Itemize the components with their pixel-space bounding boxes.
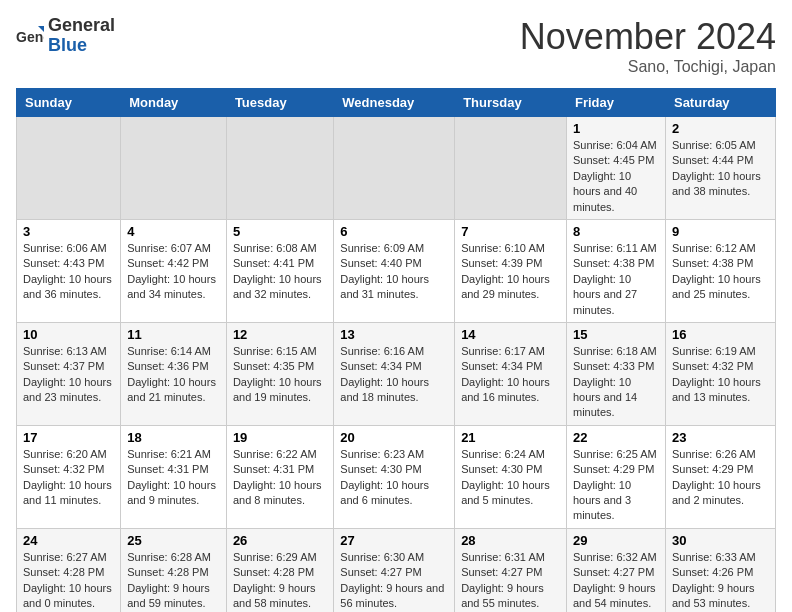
day-info: Sunrise: 6:06 AM Sunset: 4:43 PM Dayligh… — [23, 241, 114, 303]
day-number: 28 — [461, 533, 560, 548]
day-number: 21 — [461, 430, 560, 445]
calendar-cell: 19Sunrise: 6:22 AM Sunset: 4:31 PM Dayli… — [226, 425, 333, 528]
day-info: Sunrise: 6:15 AM Sunset: 4:35 PM Dayligh… — [233, 344, 327, 406]
logo-blue: Blue — [48, 36, 115, 56]
day-number: 14 — [461, 327, 560, 342]
day-number: 2 — [672, 121, 769, 136]
calendar-cell: 13Sunrise: 6:16 AM Sunset: 4:34 PM Dayli… — [334, 322, 455, 425]
day-info: Sunrise: 6:31 AM Sunset: 4:27 PM Dayligh… — [461, 550, 560, 612]
day-number: 20 — [340, 430, 448, 445]
day-number: 29 — [573, 533, 659, 548]
day-number: 11 — [127, 327, 220, 342]
day-number: 30 — [672, 533, 769, 548]
calendar-cell: 9Sunrise: 6:12 AM Sunset: 4:38 PM Daylig… — [665, 219, 775, 322]
calendar-cell: 3Sunrise: 6:06 AM Sunset: 4:43 PM Daylig… — [17, 219, 121, 322]
calendar-cell — [121, 117, 227, 220]
calendar-cell: 14Sunrise: 6:17 AM Sunset: 4:34 PM Dayli… — [455, 322, 567, 425]
weekday-header-tuesday: Tuesday — [226, 89, 333, 117]
day-info: Sunrise: 6:18 AM Sunset: 4:33 PM Dayligh… — [573, 344, 659, 421]
day-info: Sunrise: 6:12 AM Sunset: 4:38 PM Dayligh… — [672, 241, 769, 303]
calendar-cell — [226, 117, 333, 220]
calendar-table: SundayMondayTuesdayWednesdayThursdayFrid… — [16, 88, 776, 612]
location: Sano, Tochigi, Japan — [520, 58, 776, 76]
day-number: 24 — [23, 533, 114, 548]
day-info: Sunrise: 6:29 AM Sunset: 4:28 PM Dayligh… — [233, 550, 327, 612]
day-info: Sunrise: 6:19 AM Sunset: 4:32 PM Dayligh… — [672, 344, 769, 406]
calendar-cell: 16Sunrise: 6:19 AM Sunset: 4:32 PM Dayli… — [665, 322, 775, 425]
calendar-cell: 26Sunrise: 6:29 AM Sunset: 4:28 PM Dayli… — [226, 528, 333, 612]
calendar-cell: 20Sunrise: 6:23 AM Sunset: 4:30 PM Dayli… — [334, 425, 455, 528]
day-info: Sunrise: 6:20 AM Sunset: 4:32 PM Dayligh… — [23, 447, 114, 509]
calendar-week-row: 1Sunrise: 6:04 AM Sunset: 4:45 PM Daylig… — [17, 117, 776, 220]
day-number: 16 — [672, 327, 769, 342]
calendar-cell: 21Sunrise: 6:24 AM Sunset: 4:30 PM Dayli… — [455, 425, 567, 528]
day-info: Sunrise: 6:23 AM Sunset: 4:30 PM Dayligh… — [340, 447, 448, 509]
day-info: Sunrise: 6:27 AM Sunset: 4:28 PM Dayligh… — [23, 550, 114, 612]
calendar-cell: 15Sunrise: 6:18 AM Sunset: 4:33 PM Dayli… — [567, 322, 666, 425]
logo-icon: General — [16, 22, 44, 50]
calendar-cell — [17, 117, 121, 220]
day-info: Sunrise: 6:05 AM Sunset: 4:44 PM Dayligh… — [672, 138, 769, 200]
calendar-cell: 5Sunrise: 6:08 AM Sunset: 4:41 PM Daylig… — [226, 219, 333, 322]
logo-general: General — [48, 16, 115, 36]
day-info: Sunrise: 6:11 AM Sunset: 4:38 PM Dayligh… — [573, 241, 659, 318]
title-block: November 2024 Sano, Tochigi, Japan — [520, 16, 776, 76]
day-info: Sunrise: 6:09 AM Sunset: 4:40 PM Dayligh… — [340, 241, 448, 303]
calendar-week-row: 17Sunrise: 6:20 AM Sunset: 4:32 PM Dayli… — [17, 425, 776, 528]
calendar-cell: 4Sunrise: 6:07 AM Sunset: 4:42 PM Daylig… — [121, 219, 227, 322]
day-info: Sunrise: 6:24 AM Sunset: 4:30 PM Dayligh… — [461, 447, 560, 509]
calendar-cell: 29Sunrise: 6:32 AM Sunset: 4:27 PM Dayli… — [567, 528, 666, 612]
calendar-cell: 23Sunrise: 6:26 AM Sunset: 4:29 PM Dayli… — [665, 425, 775, 528]
calendar-cell — [455, 117, 567, 220]
day-number: 22 — [573, 430, 659, 445]
day-info: Sunrise: 6:26 AM Sunset: 4:29 PM Dayligh… — [672, 447, 769, 509]
month-title: November 2024 — [520, 16, 776, 58]
day-number: 25 — [127, 533, 220, 548]
day-number: 5 — [233, 224, 327, 239]
weekday-header-thursday: Thursday — [455, 89, 567, 117]
day-number: 26 — [233, 533, 327, 548]
weekday-header-wednesday: Wednesday — [334, 89, 455, 117]
day-number: 6 — [340, 224, 448, 239]
day-number: 8 — [573, 224, 659, 239]
calendar-week-row: 10Sunrise: 6:13 AM Sunset: 4:37 PM Dayli… — [17, 322, 776, 425]
page-header: General General Blue November 2024 Sano,… — [16, 16, 776, 76]
svg-text:General: General — [16, 29, 44, 45]
day-number: 1 — [573, 121, 659, 136]
calendar-cell: 24Sunrise: 6:27 AM Sunset: 4:28 PM Dayli… — [17, 528, 121, 612]
calendar-cell: 17Sunrise: 6:20 AM Sunset: 4:32 PM Dayli… — [17, 425, 121, 528]
calendar-cell: 25Sunrise: 6:28 AM Sunset: 4:28 PM Dayli… — [121, 528, 227, 612]
weekday-header-monday: Monday — [121, 89, 227, 117]
calendar-cell: 22Sunrise: 6:25 AM Sunset: 4:29 PM Dayli… — [567, 425, 666, 528]
day-info: Sunrise: 6:30 AM Sunset: 4:27 PM Dayligh… — [340, 550, 448, 612]
calendar-cell: 1Sunrise: 6:04 AM Sunset: 4:45 PM Daylig… — [567, 117, 666, 220]
calendar-cell: 6Sunrise: 6:09 AM Sunset: 4:40 PM Daylig… — [334, 219, 455, 322]
calendar-cell: 30Sunrise: 6:33 AM Sunset: 4:26 PM Dayli… — [665, 528, 775, 612]
day-info: Sunrise: 6:17 AM Sunset: 4:34 PM Dayligh… — [461, 344, 560, 406]
weekday-header-row: SundayMondayTuesdayWednesdayThursdayFrid… — [17, 89, 776, 117]
weekday-header-saturday: Saturday — [665, 89, 775, 117]
calendar-week-row: 24Sunrise: 6:27 AM Sunset: 4:28 PM Dayli… — [17, 528, 776, 612]
day-info: Sunrise: 6:07 AM Sunset: 4:42 PM Dayligh… — [127, 241, 220, 303]
calendar-cell — [334, 117, 455, 220]
day-info: Sunrise: 6:22 AM Sunset: 4:31 PM Dayligh… — [233, 447, 327, 509]
calendar-cell: 8Sunrise: 6:11 AM Sunset: 4:38 PM Daylig… — [567, 219, 666, 322]
day-info: Sunrise: 6:21 AM Sunset: 4:31 PM Dayligh… — [127, 447, 220, 509]
weekday-header-sunday: Sunday — [17, 89, 121, 117]
day-info: Sunrise: 6:04 AM Sunset: 4:45 PM Dayligh… — [573, 138, 659, 215]
day-number: 3 — [23, 224, 114, 239]
day-number: 17 — [23, 430, 114, 445]
day-info: Sunrise: 6:33 AM Sunset: 4:26 PM Dayligh… — [672, 550, 769, 612]
day-number: 4 — [127, 224, 220, 239]
day-info: Sunrise: 6:32 AM Sunset: 4:27 PM Dayligh… — [573, 550, 659, 612]
calendar-cell: 28Sunrise: 6:31 AM Sunset: 4:27 PM Dayli… — [455, 528, 567, 612]
day-info: Sunrise: 6:25 AM Sunset: 4:29 PM Dayligh… — [573, 447, 659, 524]
calendar-cell: 7Sunrise: 6:10 AM Sunset: 4:39 PM Daylig… — [455, 219, 567, 322]
calendar-cell: 27Sunrise: 6:30 AM Sunset: 4:27 PM Dayli… — [334, 528, 455, 612]
day-number: 15 — [573, 327, 659, 342]
day-info: Sunrise: 6:13 AM Sunset: 4:37 PM Dayligh… — [23, 344, 114, 406]
calendar-week-row: 3Sunrise: 6:06 AM Sunset: 4:43 PM Daylig… — [17, 219, 776, 322]
day-info: Sunrise: 6:28 AM Sunset: 4:28 PM Dayligh… — [127, 550, 220, 612]
day-number: 27 — [340, 533, 448, 548]
weekday-header-friday: Friday — [567, 89, 666, 117]
